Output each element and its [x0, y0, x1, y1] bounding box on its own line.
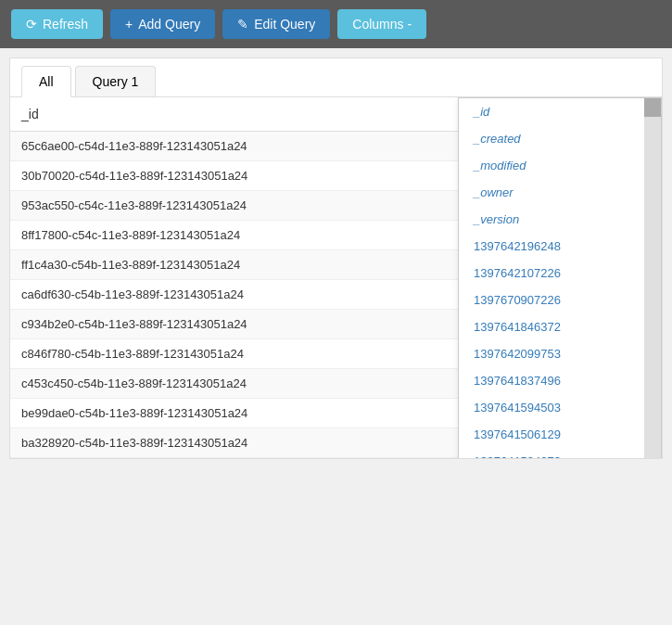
dropdown-scrollbar-thumb[interactable]	[644, 98, 661, 117]
toolbar: ⟳ Refresh + Add Query ✎ Edit Query Colum…	[0, 0, 672, 48]
dropdown-inner: _id_created_modified_owner_version139764…	[459, 98, 661, 458]
columns-button[interactable]: Columns -	[337, 9, 426, 39]
dropdown-scrollbar[interactable]	[644, 98, 661, 458]
columns-dropdown: _id_created_modified_owner_version139764…	[458, 97, 662, 458]
main-content: All Query 1 _id _crea... 65c6ae00-c54d-1…	[9, 57, 663, 459]
refresh-button[interactable]: ⟳ Refresh	[11, 9, 103, 39]
add-query-button[interactable]: + Add Query	[110, 9, 215, 39]
table-container: _id _crea... 65c6ae00-c54d-11e3-889f-123…	[10, 97, 662, 458]
dropdown-item[interactable]: _modified	[459, 152, 644, 179]
edit-icon: ✎	[237, 17, 248, 32]
dropdown-item[interactable]: 1397641506129	[459, 421, 644, 448]
dropdown-item[interactable]: 1397641594503	[459, 394, 644, 421]
edit-query-button[interactable]: ✎ Edit Query	[222, 9, 330, 39]
dropdown-item[interactable]: 1397641504072	[459, 448, 644, 458]
refresh-icon: ⟳	[26, 17, 37, 32]
dropdown-item[interactable]: 1397642099753	[459, 340, 644, 367]
dropdown-item[interactable]: 1397642107226	[459, 260, 644, 287]
plus-icon: +	[125, 17, 133, 32]
dropdown-item[interactable]: _created	[459, 125, 644, 152]
dropdown-item[interactable]: _version	[459, 206, 644, 233]
dropdown-item[interactable]: _owner	[459, 179, 644, 206]
dropdown-item[interactable]: _id	[459, 98, 644, 125]
tab-query1[interactable]: Query 1	[75, 66, 157, 96]
tabs-bar: All Query 1	[10, 58, 662, 97]
tab-all[interactable]: All	[21, 66, 71, 97]
dropdown-item[interactable]: 1397641837496	[459, 367, 644, 394]
dropdown-item[interactable]: 1397642196248	[459, 233, 644, 260]
dropdown-item[interactable]: 1397670907226	[459, 287, 644, 313]
dropdown-item[interactable]: 1397641846372	[459, 313, 644, 340]
